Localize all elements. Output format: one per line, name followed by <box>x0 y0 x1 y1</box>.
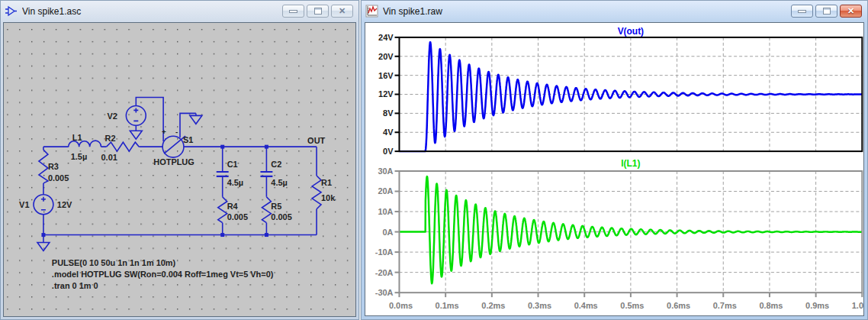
y-tick-label: -30A <box>375 288 394 297</box>
minimize-icon <box>289 10 297 13</box>
restore-button[interactable] <box>307 5 329 18</box>
x-tick-label: 0.5ms <box>620 301 644 310</box>
y-tick-label: 24V <box>378 33 394 42</box>
value-R5: 0.005 <box>271 212 291 221</box>
window-title: Vin spike1.asc <box>22 6 282 17</box>
minimize-icon <box>798 10 806 13</box>
y-tick-label: 0V <box>383 147 394 156</box>
label-S1: S1 <box>183 135 193 144</box>
ltspice-schematic-icon <box>5 5 18 18</box>
label-L1: L1 <box>72 133 82 142</box>
y-tick-label: 20A <box>378 186 393 196</box>
y-tick-label: 16V <box>378 71 394 80</box>
value-R3: 0.005 <box>48 173 69 183</box>
net-label-out: OUT <box>307 136 325 145</box>
label-R2: R2 <box>105 134 116 143</box>
y-tick-label: 12V <box>378 89 394 99</box>
waveform-window-titlebar[interactable]: Vin spike1.raw ✕ <box>362 1 867 21</box>
x-tick-label: 0.2ms <box>481 301 505 310</box>
minimize-button[interactable] <box>282 5 304 18</box>
y-tick-label: 20V <box>378 52 394 61</box>
minimize-button[interactable] <box>791 5 813 18</box>
waveform-file-icon <box>365 5 378 18</box>
label-R1: R1 <box>321 178 332 187</box>
label-C1: C1 <box>227 160 238 169</box>
y-tick-label: 10A <box>378 207 393 216</box>
y-tick-label: 4V <box>383 128 394 137</box>
schematic-window-titlebar[interactable]: Vin spike1.asc ✕ <box>1 1 358 21</box>
x-tick-label: 0.8ms <box>759 301 783 310</box>
close-icon: ✕ <box>339 7 346 15</box>
value-L1: 1.5µ <box>71 152 88 161</box>
y-tick-label: 0A <box>383 228 394 237</box>
spice-directive-pulse[interactable]: PULSE(0 10 50u 1n 1n 1m 10m) <box>52 258 176 267</box>
schematic-window: Vin spike1.asc ✕ <box>0 0 359 320</box>
value-R4: 0.005 <box>227 212 248 221</box>
spice-directive-model[interactable]: .model HOTPLUG SW(Ron=0.004 Roff=1meg Vt… <box>52 270 274 279</box>
close-icon: ✕ <box>847 7 854 15</box>
value-R1: 10k <box>321 193 336 202</box>
switch-plus-mark: + <box>162 128 166 136</box>
switch-minus-mark: - <box>175 128 178 136</box>
x-tick-label: 0.6ms <box>667 301 690 310</box>
waveform-plot-area[interactable]: 24V20V16V12V8V4V0VV(out)30A20A10A0A-10A-… <box>365 23 863 315</box>
value-C2: 4.5µ <box>271 178 288 187</box>
spice-directive-tran[interactable]: .tran 0 1m 0 <box>52 281 98 290</box>
value-V1: 12V <box>57 200 72 209</box>
label-R4: R4 <box>227 202 239 211</box>
label-R3: R3 <box>48 162 59 171</box>
restore-icon <box>823 8 831 15</box>
value-C1: 4.5µ <box>227 178 244 187</box>
x-tick-label: 1.0ms <box>852 301 863 310</box>
close-button[interactable]: ✕ <box>840 5 862 18</box>
label-R5: R5 <box>271 202 281 211</box>
close-button[interactable]: ✕ <box>331 5 353 18</box>
window-title: Vin spike1.raw <box>383 6 791 17</box>
label-V1: V1 <box>19 200 29 209</box>
x-tick-label: 0.4ms <box>574 301 598 310</box>
y-tick-label: -20A <box>375 268 394 277</box>
x-tick-label: 0.0ms <box>389 301 413 310</box>
y-tick-label: 30A <box>378 166 393 176</box>
value-S1-model: HOTPLUG <box>153 157 194 166</box>
x-tick-label: 0.9ms <box>805 301 829 310</box>
label-V2: V2 <box>107 112 117 121</box>
waveform-window: Vin spike1.raw ✕ 24V20V16V12V8V4V0VV(out… <box>361 0 868 320</box>
trace-title[interactable]: I(L1) <box>621 158 640 169</box>
restore-icon <box>314 8 322 15</box>
x-tick-label: 0.3ms <box>528 301 551 310</box>
restore-button[interactable] <box>815 5 837 18</box>
value-R2: 0.01 <box>101 153 117 162</box>
y-tick-label: -10A <box>375 247 394 257</box>
x-tick-label: 0.1ms <box>436 301 459 310</box>
x-tick-label: 0.7ms <box>713 301 737 310</box>
y-tick-label: 8V <box>383 108 394 118</box>
schematic-canvas[interactable]: R3 0.005 V1 12V L1 1.5µ R2 0.01 V2 + - S… <box>4 23 355 316</box>
label-C2: C2 <box>271 160 281 169</box>
trace-title[interactable]: V(out) <box>618 26 644 37</box>
